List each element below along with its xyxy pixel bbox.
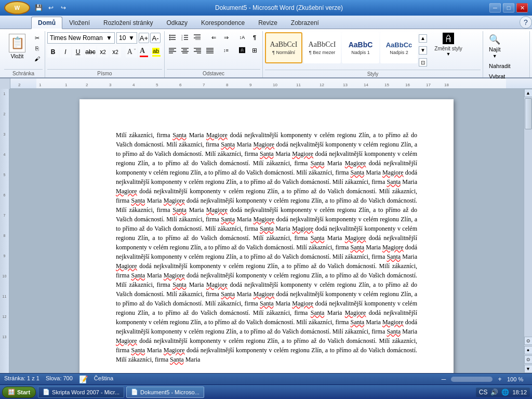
maximize-button[interactable]: □ — [503, 3, 514, 12]
bold-button[interactable]: B — [47, 46, 59, 58]
style-heading1-sample: AaBbC — [349, 41, 373, 49]
align-justify-button[interactable] — [204, 45, 216, 56]
spell-santa10: Santa — [260, 225, 274, 232]
sort-button[interactable]: ↕A — [236, 32, 248, 43]
copy-button[interactable]: ⎘ — [31, 44, 43, 53]
align-left-button[interactable] — [167, 45, 178, 56]
tab-mailings[interactable]: Korespondence — [194, 17, 251, 29]
spell-santa1: Santa — [172, 131, 187, 139]
increase-indent-button[interactable]: ⇒ — [220, 32, 232, 43]
style-heading1-name: Nadpis 1 — [351, 50, 370, 55]
superscript-button[interactable]: x2 — [110, 46, 121, 58]
style-no-spacing[interactable]: AaBbCcI ¶ Bez mezer — [303, 32, 341, 63]
italic-button[interactable]: I — [60, 46, 71, 58]
tab-references[interactable]: Odkazy — [159, 17, 194, 29]
style-heading2-name: Nadpis 2 — [390, 50, 408, 55]
scroll-down-button[interactable]: ▼ — [524, 365, 533, 373]
document-area[interactable]: Milí zákazníci, firma Santa Maria Magior… — [9, 89, 524, 373]
font-name-value: Times New Roman — [50, 34, 103, 42]
underline-button[interactable]: U — [72, 46, 84, 58]
scroll-up-button[interactable]: ▲ — [524, 89, 533, 97]
undo-quickbtn[interactable]: ↩ — [46, 3, 56, 13]
find-button[interactable]: 🔍 Najít ▼ — [485, 32, 504, 60]
styles-expand[interactable]: ⊡ — [419, 58, 427, 66]
spell-magiore16: Magiore — [253, 290, 274, 298]
line-spacing-button[interactable]: ↕≡ — [220, 45, 232, 56]
paragraph-top-row: 1.2.3. ⇐ ⇒ ↕A ¶ — [167, 32, 260, 43]
numbering-button[interactable]: 1.2.3. — [179, 32, 191, 43]
show-marks-button[interactable]: ¶ — [249, 32, 260, 43]
find-dropdown-icon: ▼ — [493, 54, 497, 59]
multilevel-list-button[interactable] — [192, 32, 203, 43]
start-icon: 🪟 — [8, 389, 15, 395]
ruler-mark-6: 6 — [179, 83, 181, 87]
next-page-button[interactable]: ⊙ — [524, 355, 533, 364]
tab-layout[interactable]: Rozložení stránky — [97, 17, 159, 29]
select-browse-button[interactable]: ● — [524, 346, 533, 354]
office-button[interactable]: W — [4, 1, 30, 15]
highlight-button[interactable]: ab — [151, 46, 162, 58]
shading-button[interactable]: 🅰 — [236, 45, 248, 56]
style-heading1[interactable]: AaBbC Nadpis 1 — [342, 32, 379, 63]
subscript-button[interactable]: x2 — [97, 46, 109, 58]
close-button[interactable]: ✕ — [516, 3, 528, 12]
font-size-decrease-button[interactable]: A- — [150, 33, 161, 43]
replace-button[interactable]: Nahradit — [485, 61, 514, 71]
help-button[interactable]: ? — [520, 16, 532, 29]
font-size-increase-button[interactable]: A+ — [139, 33, 149, 43]
redo-quickbtn[interactable]: ↪ — [58, 3, 69, 13]
tray-icon2: 🌐 — [501, 389, 509, 396]
border-button[interactable]: ⊞ — [249, 45, 260, 56]
bullets-button[interactable] — [167, 32, 178, 43]
clear-format-button[interactable]: A ᐡ — [126, 46, 137, 58]
decrease-indent-button[interactable]: ⇐ — [208, 32, 219, 43]
text-color-button[interactable]: A — [138, 46, 150, 58]
spell-magiore17: Magiore — [292, 300, 313, 307]
taskbar-item-2[interactable]: 📄 Dokument5 - Microsо... — [126, 387, 204, 398]
spell-santa22: Santa — [170, 356, 184, 363]
zoom-slider[interactable] — [451, 377, 493, 382]
paste-icon: 📋 — [9, 34, 25, 52]
vruler-mark10: 10 — [3, 274, 7, 278]
ruler-mark-8: 8 — [226, 83, 228, 87]
minimize-button[interactable]: ─ — [489, 3, 501, 12]
zoom-out-button[interactable]: ─ — [440, 375, 448, 383]
styles-scroll-down[interactable]: ▼ — [419, 46, 427, 55]
start-label: Start — [17, 389, 30, 395]
font-size-selector[interactable]: 10 ▼ — [116, 32, 137, 44]
tab-home[interactable]: Domů — [31, 17, 62, 29]
vruler-mark13: 13 — [3, 335, 7, 339]
spell-santa20: Santa — [387, 328, 401, 335]
format-painter-button[interactable]: 🖌 — [31, 54, 43, 63]
document-text[interactable]: Milí zákazníci, firma Santa Maria Magior… — [116, 130, 417, 364]
strikethrough-button[interactable]: abc — [85, 46, 96, 58]
align-right-button[interactable] — [192, 45, 203, 56]
paste-label: Vložit — [11, 54, 23, 59]
tab-review[interactable]: Revize — [251, 17, 284, 29]
paragraph-bottom-row: ↕≡ 🅰 ⊞ — [167, 45, 260, 56]
prev-page-button[interactable]: ⊙ — [524, 337, 533, 345]
document-page[interactable]: Milí zákazníci, firma Santa Maria Magior… — [79, 99, 454, 373]
cut-button[interactable]: ✂ — [31, 33, 43, 43]
spell-santa17: Santa — [260, 300, 274, 307]
paste-button[interactable]: 📋 Vložit — [4, 32, 30, 61]
align-center-button[interactable] — [179, 45, 191, 56]
save-quickbtn[interactable]: 💾 — [33, 3, 44, 13]
style-normal[interactable]: AaBbCcI ¶ Normální — [265, 32, 302, 63]
vertical-scrollbar[interactable]: ▲ ⊙ ● ⊙ ▼ — [524, 89, 532, 373]
clipboard-group-content: 📋 Vložit ✂ ⎘ 🖌 — [4, 32, 43, 68]
tab-view[interactable]: Zobrazení — [284, 17, 326, 29]
font-name-selector[interactable]: Times New Roman ▼ — [47, 32, 115, 44]
zoom-in-button[interactable]: + — [496, 375, 504, 383]
scroll-thumb[interactable] — [525, 98, 532, 129]
spell-magiore2: Magiore — [253, 141, 274, 148]
styles-scroll-up[interactable]: ▲ — [419, 34, 427, 43]
ruler-mark-13: 13 — [343, 83, 348, 87]
change-styles-button[interactable]: 🅰 Změnit styly ▼ — [430, 32, 467, 57]
style-heading2[interactable]: AaBbCc Nadpis 2 — [380, 32, 418, 63]
vruler-mark5: 5 — [4, 173, 6, 177]
style-no-spacing-name: ¶ Bez mezer — [309, 50, 335, 55]
tab-insert[interactable]: Vložení — [62, 17, 97, 29]
taskbar-item-1[interactable]: 📄 Skripta Word 2007 - Micr... — [38, 387, 124, 398]
start-button[interactable]: 🪟 Start — [2, 387, 36, 398]
